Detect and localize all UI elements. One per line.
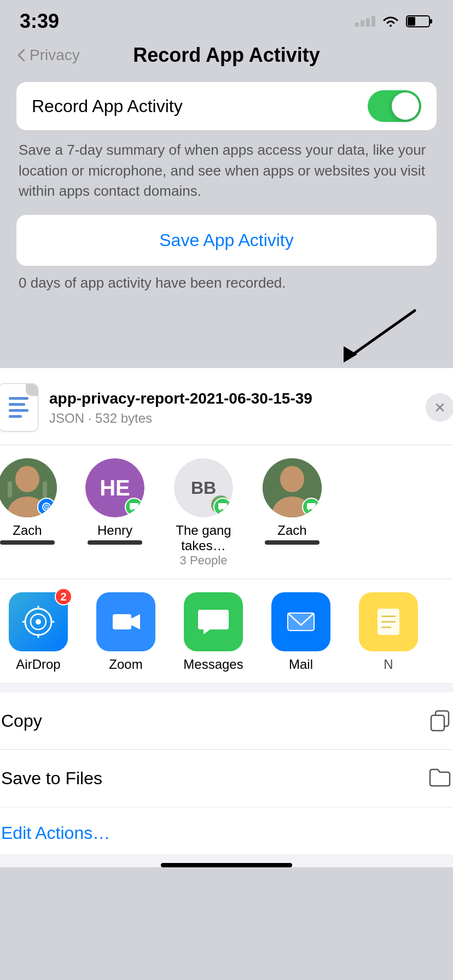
contact-redact-henry — [88, 540, 142, 545]
save-app-activity-button[interactable]: Save App Activity — [16, 215, 437, 266]
file-info: app-privacy-report-2021-06-30-15-39 JSON… — [0, 383, 312, 431]
svg-marker-4 — [344, 346, 357, 363]
contact-name-henry: Henry — [97, 523, 132, 538]
file-lines-decoration — [4, 393, 33, 422]
folder-icon — [428, 765, 452, 791]
contact-name-zach2: Zach — [277, 523, 306, 538]
contact-avatar-henry: HE — [85, 458, 144, 517]
svg-point-12 — [46, 506, 47, 508]
nav-bar: Privacy Record App Activity — [0, 38, 453, 77]
zoom-app-label: Zoom — [109, 657, 142, 672]
action-list: Copy Save to Files — [0, 692, 453, 807]
signal-icon — [355, 16, 375, 27]
notes-app-icon — [359, 592, 418, 651]
contact-redact-zach2 — [265, 540, 320, 545]
contact-avatar-zach2 — [263, 458, 322, 517]
zoom-app-icon — [96, 592, 155, 651]
svg-point-6 — [15, 466, 39, 492]
svg-point-21 — [36, 619, 41, 625]
svg-rect-2 — [408, 17, 415, 26]
share-sheet: app-privacy-report-2021-06-30-15-39 JSON… — [0, 368, 453, 867]
messages-app-label: Messages — [183, 657, 243, 672]
contact-group[interactable]: BB The gang takes… — [159, 458, 248, 568]
messages-app-icon — [184, 592, 243, 651]
close-share-button[interactable] — [426, 393, 453, 422]
battery-icon — [406, 14, 433, 28]
contact-henry[interactable]: HE Henry — [71, 458, 159, 568]
toggle-description: Save a 7-day summary of when apps access… — [16, 140, 437, 202]
file-type: JSON — [49, 411, 84, 425]
edit-actions-button[interactable]: Edit Actions… — [1, 823, 110, 843]
file-name: app-privacy-report-2021-06-30-15-39 — [49, 389, 312, 409]
svg-rect-1 — [429, 19, 432, 24]
contact-avatar-zach1 — [0, 458, 57, 517]
file-size: 532 bytes — [95, 411, 152, 425]
contact-name-group: The gang takes… — [165, 523, 242, 553]
svg-line-3 — [349, 311, 415, 357]
app-messages[interactable]: Messages — [170, 592, 257, 672]
notes-app-label: N — [384, 657, 393, 672]
svg-rect-8 — [8, 481, 12, 498]
airdrop-app-label: AirDrop — [16, 657, 60, 672]
message-badge-henry — [125, 498, 143, 516]
copy-label: Copy — [1, 711, 42, 731]
file-meta: JSON · 532 bytes — [49, 411, 312, 426]
record-activity-toggle-card: Record App Activity — [16, 82, 437, 130]
airdrop-app-icon: 2 — [9, 592, 68, 651]
page-title: Record App Activity — [133, 44, 320, 67]
message-badge-group — [213, 498, 232, 516]
contact-sub-group: 3 People — [180, 553, 228, 568]
contacts-row: Zach HE Henry BB — [0, 445, 453, 579]
copy-icon — [428, 708, 452, 734]
message-badge-zach2 — [302, 498, 321, 516]
status-time: 3:39 — [20, 10, 59, 33]
airdrop-badge-zach1 — [37, 498, 56, 516]
contact-zach1[interactable]: Zach — [0, 458, 71, 568]
app-airdrop[interactable]: 2 AirDrop — [0, 592, 82, 672]
svg-point-17 — [280, 466, 304, 492]
arrow-indicator — [0, 302, 453, 368]
svg-marker-27 — [131, 614, 140, 629]
mail-app-label: Mail — [289, 657, 313, 672]
file-icon — [0, 383, 38, 431]
arrow-icon — [316, 308, 426, 363]
status-icons — [355, 14, 433, 29]
svg-rect-9 — [43, 481, 47, 498]
home-indicator — [161, 863, 292, 867]
svg-rect-28 — [288, 613, 314, 631]
file-separator: · — [88, 411, 95, 425]
contact-redact-zach1 — [0, 540, 55, 545]
app-notes[interactable]: N — [345, 592, 432, 672]
app-mail[interactable]: Mail — [257, 592, 345, 672]
edit-actions-row: Edit Actions… — [0, 808, 453, 854]
record-activity-toggle[interactable] — [368, 90, 421, 122]
contact-name-zach1: Zach — [13, 523, 42, 538]
status-bar: 3:39 — [0, 0, 453, 38]
save-button-label: Save App Activity — [159, 230, 293, 250]
svg-rect-26 — [113, 614, 131, 629]
airdrop-badge-count: 2 — [55, 588, 72, 605]
file-header: app-privacy-report-2021-06-30-15-39 JSON… — [0, 368, 453, 445]
copy-action[interactable]: Copy — [0, 692, 453, 750]
main-content: Record App Activity Save a 7-day summary… — [0, 77, 453, 302]
toggle-knob — [392, 92, 419, 120]
contact-zach2[interactable]: Zach — [248, 458, 336, 568]
app-zoom[interactable]: Zoom — [82, 592, 170, 672]
back-label: Privacy — [30, 46, 80, 64]
mail-app-icon — [271, 592, 330, 651]
wifi-icon — [381, 14, 400, 29]
save-to-files-label: Save to Files — [1, 768, 102, 789]
contact-avatar-group: BB — [174, 458, 233, 517]
file-details: app-privacy-report-2021-06-30-15-39 JSON… — [49, 389, 312, 426]
svg-rect-34 — [431, 715, 444, 731]
save-to-files-action[interactable]: Save to Files — [0, 750, 453, 807]
toggle-label: Record App Activity — [32, 96, 183, 116]
activity-status-note: 0 days of app activity have been recorde… — [16, 275, 437, 291]
apps-row: 2 AirDrop Zoom — [0, 579, 453, 684]
back-button[interactable]: Privacy — [16, 46, 80, 64]
